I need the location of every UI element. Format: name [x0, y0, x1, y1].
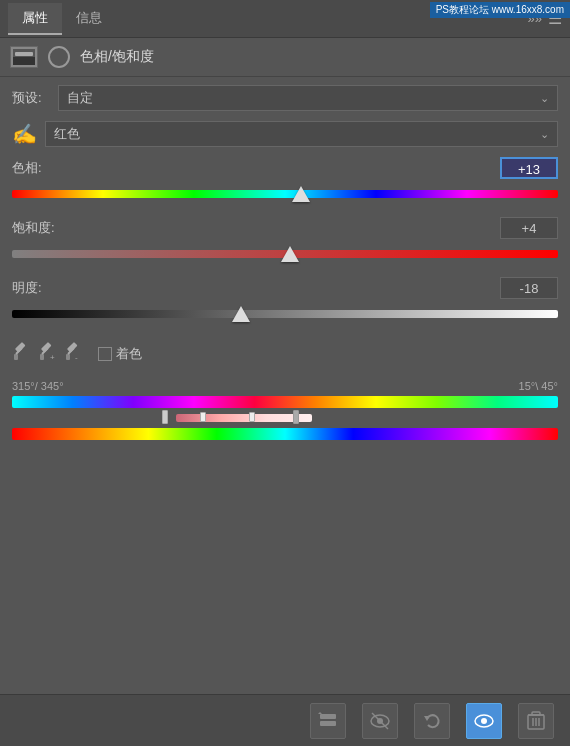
preset-label: 预设:	[12, 89, 50, 107]
hue-header: 色相: +13	[12, 157, 558, 179]
preset-arrow: ⌄	[540, 92, 549, 105]
tab-right-icons: »» ☰	[528, 9, 562, 28]
hue-track	[12, 190, 558, 198]
range-right: 15°\ 45°	[519, 380, 558, 392]
svg-text:-: -	[75, 353, 78, 361]
hand-tool-icon[interactable]: ✍	[12, 122, 37, 146]
svg-marker-20	[424, 716, 430, 721]
eyedropper-row: + - 着色	[12, 337, 558, 370]
handle-left-outer[interactable]	[162, 410, 168, 424]
bottom-toolbar	[0, 694, 570, 746]
lightness-label: 明度:	[12, 279, 42, 297]
handle-right-inner[interactable]	[249, 412, 255, 422]
eyedropper-3-icon[interactable]: -	[64, 341, 82, 366]
svg-rect-14	[320, 714, 336, 719]
colorize-label: 着色	[116, 345, 142, 363]
range-left: 315°/ 345°	[12, 380, 64, 392]
handle-left-inner[interactable]	[200, 412, 206, 422]
lightness-thumb[interactable]	[232, 306, 250, 322]
svg-marker-16	[318, 712, 322, 714]
panel-title: 色相/饱和度	[80, 48, 154, 66]
hue-slider-container[interactable]	[12, 183, 558, 205]
visibility-button[interactable]	[362, 703, 398, 739]
svg-text:+: +	[50, 353, 55, 361]
preset-row: 预设: 自定 ⌄	[12, 85, 558, 111]
eyedropper-2-icon[interactable]: +	[38, 341, 56, 366]
layers-button[interactable]	[310, 703, 346, 739]
spectrum-container	[12, 396, 558, 440]
lightness-value-box[interactable]: -18	[500, 277, 558, 299]
channel-dropdown[interactable]: 红色 ⌄	[45, 121, 558, 147]
svg-rect-4	[14, 354, 18, 360]
range-band	[176, 414, 313, 422]
colorize-checkbox[interactable]	[98, 347, 112, 361]
saturation-label: 饱和度:	[12, 219, 55, 237]
tab-bar: 属性 信息 »» ☰	[0, 0, 570, 38]
eyedropper-1-icon[interactable]	[12, 341, 30, 366]
menu-icon[interactable]: ☰	[548, 9, 562, 28]
adjustment-circle-icon	[48, 46, 70, 68]
top-spectrum-bar	[12, 396, 558, 408]
panel-header: 色相/饱和度	[0, 38, 570, 77]
saturation-header: 饱和度: +4	[12, 217, 558, 239]
preset-value: 自定	[67, 89, 93, 107]
handle-right-outer[interactable]	[293, 410, 299, 424]
saturation-slider-container[interactable]	[12, 243, 558, 265]
channel-row: ✍ 红色 ⌄	[12, 121, 558, 147]
hue-label: 色相:	[12, 159, 42, 177]
range-labels: 315°/ 345° 15°\ 45°	[12, 380, 558, 392]
hue-thumb[interactable]	[292, 186, 310, 202]
svg-rect-2	[15, 52, 33, 56]
forward-icon[interactable]: »»	[528, 11, 542, 26]
lightness-slider-container[interactable]	[12, 303, 558, 325]
hue-value-box[interactable]: +13	[500, 157, 558, 179]
saturation-thumb[interactable]	[281, 246, 299, 262]
colorize-checkbox-row[interactable]: 着色	[98, 345, 142, 363]
lightness-header: 明度: -18	[12, 277, 558, 299]
svg-rect-7	[40, 354, 44, 360]
svg-rect-11	[66, 354, 70, 360]
svg-point-22	[481, 718, 487, 724]
panel-content: 预设: 自定 ⌄ ✍ 红色 ⌄ 色相: +13	[0, 77, 570, 440]
lightness-track	[12, 310, 558, 318]
spectrum-handles	[12, 410, 558, 426]
channel-value: 红色	[54, 125, 80, 143]
bottom-spectrum-bar	[12, 428, 558, 440]
svg-rect-1	[13, 57, 35, 65]
saturation-section: 饱和度: +4	[12, 217, 558, 265]
eye-preview-button[interactable]	[466, 703, 502, 739]
lightness-section: 明度: -18	[12, 277, 558, 325]
tab-info[interactable]: 信息	[62, 3, 116, 35]
adjustment-layer-icon	[10, 46, 38, 68]
svg-rect-25	[532, 712, 540, 715]
preset-dropdown[interactable]: 自定 ⌄	[58, 85, 558, 111]
saturation-value-box[interactable]: +4	[500, 217, 558, 239]
hue-section: 色相: +13	[12, 157, 558, 205]
undo-button[interactable]	[414, 703, 450, 739]
svg-rect-15	[320, 721, 336, 726]
delete-button[interactable]	[518, 703, 554, 739]
tab-properties[interactable]: 属性	[8, 3, 62, 35]
channel-arrow: ⌄	[540, 128, 549, 141]
